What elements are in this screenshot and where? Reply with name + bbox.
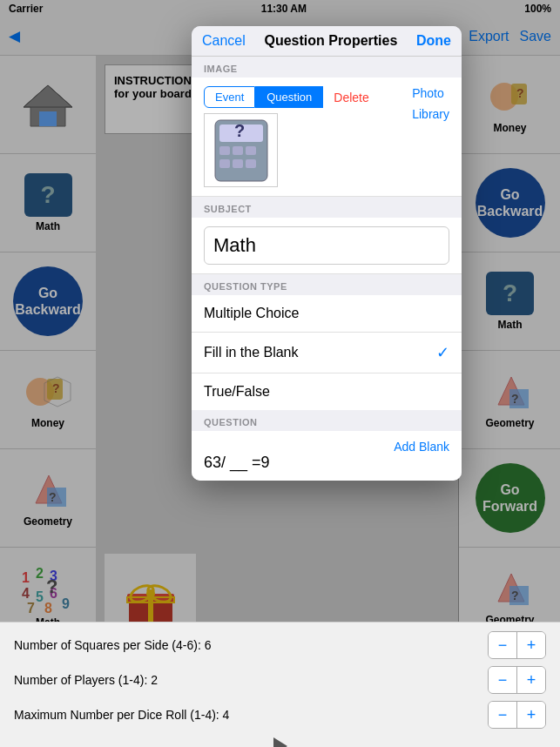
image-section: Event Question Delete ?	[192, 77, 462, 197]
players-stepper: − +	[488, 666, 546, 694]
subject-section-header: SUBJECT	[192, 197, 462, 218]
svg-rect-41	[219, 159, 230, 168]
settings-bar: Number of Squares per Side (4-6): 6 − + …	[0, 622, 560, 747]
question-section: Add Blank 63/ __ =9	[192, 431, 462, 481]
image-section-header: IMAGE	[192, 57, 462, 77]
subject-input[interactable]	[204, 226, 449, 265]
image-left-controls: Event Question Delete ?	[204, 86, 403, 187]
dice-stepper: − +	[488, 701, 546, 729]
question-type-section-header: QUESTION TYPE	[192, 274, 462, 295]
squares-stepper: − +	[488, 631, 546, 659]
squares-setting-row: Number of Squares per Side (4-6): 6 − +	[14, 631, 546, 659]
squares-increment-button[interactable]: +	[517, 632, 545, 658]
players-decrement-button[interactable]: −	[489, 667, 516, 693]
svg-text:?: ?	[234, 121, 245, 140]
squares-label: Number of Squares per Side (4-6): 6	[14, 638, 211, 652]
dice-label: Maximum Number per Dice Roll (1-4): 4	[14, 708, 229, 722]
question-text: 63/ __ =9	[204, 454, 449, 472]
modal-cancel-button[interactable]: Cancel	[202, 33, 246, 49]
dice-increment-button[interactable]: +	[517, 702, 545, 728]
modal-title: Question Properties	[264, 33, 397, 49]
question-toggle-button[interactable]: Question	[255, 86, 323, 108]
thumbnail-image: ?	[206, 116, 276, 185]
question-section-header: QUESTION	[192, 410, 462, 431]
add-blank-button[interactable]: Add Blank	[394, 440, 449, 454]
photo-library-buttons: Photo Library	[412, 86, 449, 121]
svg-rect-40	[246, 146, 256, 155]
question-type-section: Multiple Choice Fill in the Blank ✓ True…	[192, 295, 462, 410]
event-toggle-button[interactable]: Event	[204, 86, 255, 108]
players-label: Number of Players (1-4): 2	[14, 673, 158, 687]
play-row	[14, 737, 546, 747]
svg-rect-39	[233, 146, 243, 155]
players-increment-button[interactable]: +	[517, 667, 545, 693]
play-button[interactable]	[273, 737, 287, 747]
qtype-multiple-choice-label: Multiple Choice	[204, 306, 299, 321]
modal-header: Cancel Question Properties Done	[192, 26, 462, 57]
fill-blank-checkmark: ✓	[436, 343, 449, 362]
event-question-toggle: Event Question Delete	[204, 86, 403, 108]
dice-decrement-button[interactable]: −	[489, 702, 516, 728]
qtype-true-false[interactable]: True/False	[192, 374, 462, 410]
library-button[interactable]: Library	[412, 107, 449, 121]
subject-section	[192, 218, 462, 274]
qtype-true-false-label: True/False	[204, 384, 270, 400]
svg-rect-38	[219, 146, 230, 155]
svg-rect-43	[246, 159, 256, 168]
qtype-fill-blank[interactable]: Fill in the Blank ✓	[192, 333, 462, 374]
delete-image-button[interactable]: Delete	[334, 91, 368, 104]
qtype-multiple-choice[interactable]: Multiple Choice	[192, 295, 462, 333]
dice-setting-row: Maximum Number per Dice Roll (1-4): 4 − …	[14, 701, 546, 729]
modal-done-button[interactable]: Done	[416, 33, 451, 49]
question-properties-modal: Cancel Question Properties Done IMAGE Ev…	[192, 26, 462, 481]
qtype-fill-blank-label: Fill in the Blank	[204, 345, 299, 360]
players-setting-row: Number of Players (1-4): 2 − +	[14, 666, 546, 694]
photo-button[interactable]: Photo	[412, 86, 449, 100]
squares-decrement-button[interactable]: −	[489, 632, 516, 658]
modal-body: IMAGE Event Question Delete	[192, 57, 462, 481]
image-thumbnail: ?	[204, 113, 278, 187]
svg-rect-42	[233, 159, 243, 168]
